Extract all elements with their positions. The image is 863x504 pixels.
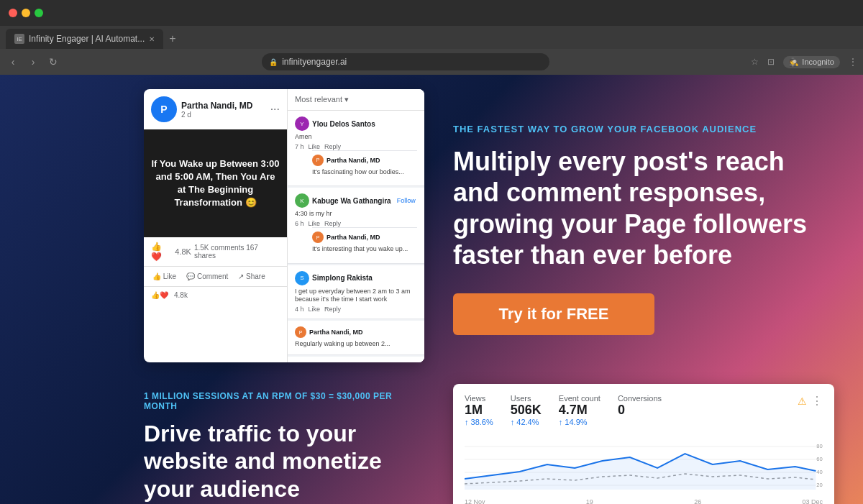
maximize-button[interactable] <box>35 9 43 17</box>
address-bar-right: ☆ ⊡ 🕵 Incognito ⋮ <box>751 56 857 68</box>
minimize-button[interactable] <box>22 9 30 17</box>
date-label-2: 19 <box>586 498 593 504</box>
follow-button-2[interactable]: Follow <box>397 197 416 204</box>
analytics-metrics: Views 1M 38.6% Users 506K 42.4% Event co… <box>465 394 662 426</box>
back-button[interactable]: ‹ <box>6 56 20 68</box>
cta-button[interactable]: Try it for FREE <box>453 293 654 335</box>
reaction-icons: 👍❤️ <box>151 242 172 262</box>
comment-avatar-4: P <box>295 326 306 338</box>
fb-post-header: P Partha Nandi, MD 2 d ··· <box>144 89 287 129</box>
metric-users-label: Users <box>511 394 542 403</box>
metric-events-value: 4.7M <box>559 403 601 418</box>
svg-text:40K: 40K <box>816 469 823 475</box>
reply-avatar-1: P <box>312 155 324 166</box>
menu-icon[interactable]: ⋮ <box>849 57 857 67</box>
refresh-button[interactable]: ↻ <box>46 56 60 68</box>
metric-views-label: Views <box>465 394 493 403</box>
reply-text-1: It's fascinating how our bodies... <box>312 168 417 177</box>
svg-text:80K: 80K <box>816 443 823 449</box>
fb-more-icon[interactable]: ··· <box>270 103 280 116</box>
metric-conversions-label: Conversions <box>618 394 662 403</box>
analytics-menu-icon[interactable]: ⋮ <box>811 394 823 408</box>
tab-favicon: IE <box>14 34 24 44</box>
comment-button[interactable]: 💬 Comment <box>182 270 232 283</box>
most-relevant-label: Most relevant ▾ <box>295 95 349 104</box>
bottom-reactions-count: 4.8k <box>174 291 188 299</box>
extensions-icon[interactable]: ⊡ <box>767 57 775 67</box>
tab-close-icon[interactable]: ✕ <box>149 35 155 43</box>
metric-conversions: Conversions 0 <box>618 394 662 426</box>
metric-events-change: 14.9% <box>559 418 601 426</box>
fb-action-buttons: 👍 Like 💬 Comment ↗ Share <box>144 267 287 287</box>
fb-reply-1: P Partha Nandi, MD It's fascinating how … <box>312 150 417 180</box>
browser-titlebar <box>0 0 863 26</box>
fb-reply-2: P Partha Nandi, MD It's interesting that… <box>312 227 417 257</box>
metric-users-change: 42.4% <box>511 418 542 426</box>
fb-reactions-bar: 👍❤️ 4.8K 1.5K comments 167 shares <box>144 237 287 267</box>
metric-views-value: 1M <box>465 403 493 418</box>
bookmark-icon[interactable]: ☆ <box>751 57 759 67</box>
hero-text-section: THE FASTEST WAY TO GROW YOUR FACEBOOK AU… <box>453 89 834 370</box>
comment-actions-2: 6 hLikeReply <box>295 220 417 227</box>
date-label-1: 12 Nov <box>465 498 485 504</box>
comment-text-2: 4:30 is my hr <box>295 210 417 219</box>
metric-views-change: 38.6% <box>465 418 493 426</box>
metric-users: Users 506K 42.4% <box>511 394 542 426</box>
new-tab-button[interactable]: + <box>163 29 181 49</box>
reply-author-1: Partha Nandi, MD <box>327 157 380 164</box>
share-button[interactable]: ↗ Share <box>234 270 269 283</box>
metric-conversions-value: 0 <box>618 403 662 418</box>
comment-author-2: Kabuge Wa Gathangira <box>312 197 391 205</box>
fb-comment-5: B Bokobo Topo Amen 🙏 4 hLikeReply P Part… <box>288 357 424 362</box>
active-tab[interactable]: IE Infinity Engager | AI Automat... ✕ <box>6 29 163 49</box>
url-input[interactable]: 🔒 infinityengager.ai <box>262 53 549 70</box>
chart-date-labels: 12 Nov 19 26 03 Dec <box>465 498 823 504</box>
fb-comment-1: Y Ylou Delos Santos Amen 7 hLikeReply P … <box>288 111 424 186</box>
incognito-label: Incognito <box>802 58 834 66</box>
incognito-icon: 🕵 <box>789 58 799 67</box>
close-button[interactable] <box>9 9 17 17</box>
hero-subtitle: THE FASTEST WAY TO GROW YOUR FACEBOOK AU… <box>453 124 834 134</box>
bottom-left: 1 MILLION SESSIONS AT AN RPM OF $30 = $3… <box>144 384 424 504</box>
comment-text-4: Regularly waking up between 2... <box>295 340 417 349</box>
svg-text:20K: 20K <box>816 482 823 488</box>
comment-actions-3: 4 hLikeReply <box>295 306 417 313</box>
tab-title: Infinity Engager | AI Automat... <box>29 34 145 44</box>
comment-avatar-2: K <box>295 193 309 208</box>
fb-comment-4: P Partha Nandi, MD Regularly waking up b… <box>288 321 424 355</box>
analytics-chart: 80K 60K 40K 20K <box>465 439 823 497</box>
fb-author-name: Partha Nandi, MD <box>181 101 270 111</box>
bottom-section: 1 MILLION SESSIONS AT AN RPM OF $30 = $3… <box>0 384 863 504</box>
url-text: infinityengager.ai <box>282 57 347 67</box>
fb-post-left: P Partha Nandi, MD 2 d ··· If You Wake u… <box>144 89 288 362</box>
incognito-indicator: 🕵 Incognito <box>783 56 840 68</box>
fb-post-text: If You Wake up Between 3:00 and 5:00 AM,… <box>151 157 280 210</box>
comments-count: 1.5K comments 167 shares <box>194 244 280 260</box>
fb-comment-2: K Kabuge Wa Gathangira Follow 4:30 is my… <box>288 188 424 263</box>
metric-events: Event count 4.7M 14.9% <box>559 394 601 426</box>
reply-author-2: Partha Nandi, MD <box>327 234 380 241</box>
comment-text-3: I get up everyday between 2 am to 3 am b… <box>295 288 417 304</box>
comment-author-4: Partha Nandi, MD <box>309 329 363 336</box>
main-content: P Partha Nandi, MD 2 d ··· If You Wake u… <box>0 75 863 504</box>
fb-post-bottom: 👍❤️ 4.8k <box>144 287 287 303</box>
fb-comment-3: S Simplong Rakista I get up everyday bet… <box>288 265 424 319</box>
like-button[interactable]: 👍 Like <box>148 270 181 283</box>
fb-author-avatar: P <box>151 96 177 122</box>
forward-button[interactable]: › <box>26 56 40 68</box>
comment-avatar-3: S <box>295 271 309 285</box>
reactions-count: 4.8K <box>175 247 191 256</box>
comment-text-1: Amen <box>295 133 417 142</box>
bottom-title: Drive traffic to your website and moneti… <box>144 420 424 504</box>
hero-title: Multiply every post's reach and comment … <box>453 146 834 270</box>
comment-author-1: Ylou Delos Santos <box>312 120 375 128</box>
reply-text-2: It's interesting that you wake up... <box>312 245 417 254</box>
fb-comments-header: Most relevant ▾ <box>288 89 424 111</box>
tab-bar: IE Infinity Engager | AI Automat... ✕ + <box>0 26 863 49</box>
date-label-3: 26 <box>694 498 701 504</box>
address-bar: ‹ › ↻ 🔒 infinityengager.ai ☆ ⊡ 🕵 Incogni… <box>0 49 863 75</box>
top-section: P Partha Nandi, MD 2 d ··· If You Wake u… <box>0 75 863 384</box>
traffic-lights <box>9 9 43 17</box>
metric-users-value: 506K <box>511 403 542 418</box>
bottom-reaction-icons: 👍❤️ <box>151 291 168 299</box>
